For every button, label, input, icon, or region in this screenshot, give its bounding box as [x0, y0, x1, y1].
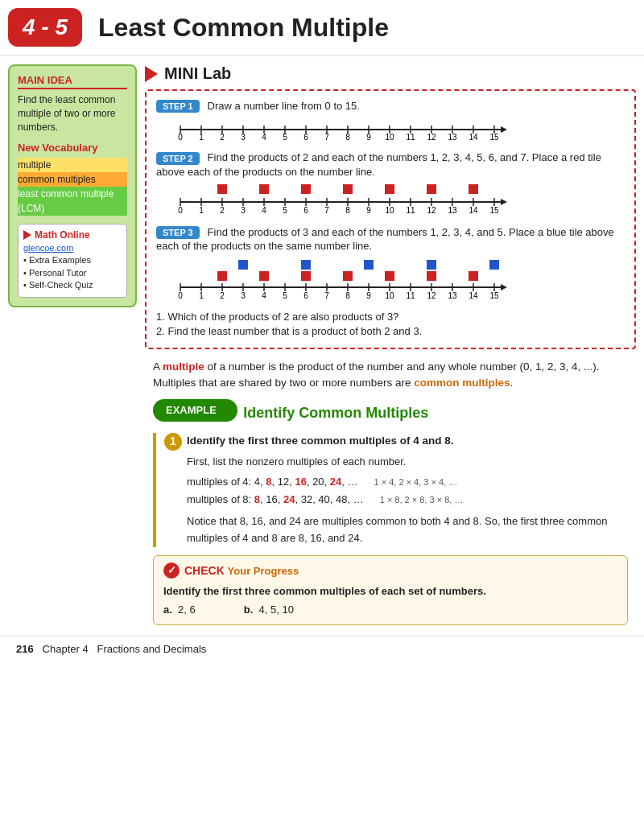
- svg-text:10: 10: [385, 133, 394, 142]
- mini-lab-arrow-icon: [145, 66, 158, 82]
- definition-para: A multiple of a number is the product of…: [153, 359, 628, 392]
- self-check-quiz-link[interactable]: • Self-Check Quiz: [23, 279, 122, 291]
- svg-text:0: 0: [178, 291, 183, 300]
- svg-text:13: 13: [448, 206, 457, 215]
- svg-text:13: 13: [448, 133, 457, 142]
- sidebar-card: MAIN IDEA Find the least common multiple…: [8, 64, 137, 307]
- vocab-label: New Vocabulary: [18, 142, 127, 154]
- math-online-arrow-icon: [23, 230, 31, 240]
- mini-lab-box: STEP 1 Draw a number line from 0 to 15. …: [145, 89, 636, 349]
- check-header: ✓ CHECK Your Progress: [163, 562, 617, 579]
- svg-rect-78: [343, 271, 353, 281]
- svg-text:13: 13: [448, 291, 457, 300]
- svg-text:5: 5: [283, 206, 287, 215]
- svg-text:15: 15: [489, 291, 499, 300]
- personal-tutor-link[interactable]: • Personal Tutor: [23, 267, 122, 279]
- example-conclusion: Notice that 8, 16, and 24 are multiples …: [187, 513, 628, 547]
- svg-rect-83: [301, 260, 311, 270]
- svg-text:11: 11: [406, 206, 415, 215]
- check-answer-a: a. 2, 6: [163, 602, 196, 618]
- svg-text:3: 3: [241, 133, 246, 142]
- svg-marker-42: [501, 199, 507, 205]
- glencoe-link[interactable]: glencoe.com: [23, 243, 122, 253]
- example-box: 1 Identify the first three common multip…: [153, 433, 628, 547]
- mini-lab-title: MINI Lab: [164, 64, 231, 83]
- step-2-text: Find the products of 2 and each of the n…: [156, 151, 601, 177]
- step-1-text: Draw a number line from 0 to 15.: [208, 100, 360, 112]
- svg-text:0: 0: [178, 133, 183, 142]
- svg-text:10: 10: [385, 206, 394, 215]
- svg-text:8: 8: [345, 206, 350, 215]
- svg-text:4: 4: [262, 133, 266, 142]
- mini-lab-header: MINI Lab: [145, 64, 636, 83]
- svg-text:8: 8: [345, 291, 350, 300]
- svg-text:14: 14: [469, 291, 478, 300]
- number-line-2: 0 1 2 3 4 5 6 7: [172, 183, 625, 219]
- math-online-box: Math Online glencoe.com • Extra Examples…: [18, 224, 127, 297]
- vocab-item-lcm: least common multiple (LCM): [18, 187, 127, 216]
- step-3-text: Find the products of 3 and each of the n…: [156, 226, 614, 252]
- svg-rect-76: [259, 271, 269, 281]
- svg-text:12: 12: [427, 133, 436, 142]
- multiples-of-8-side: 1 × 8, 2 × 8, 3 × 8, …: [380, 493, 464, 508]
- question-2: 2. Find the least number that is a produ…: [156, 325, 625, 337]
- page-header: 4 - 5 Least Common Multiple: [0, 0, 644, 56]
- svg-text:4: 4: [262, 291, 266, 300]
- svg-text:2: 2: [220, 206, 225, 215]
- question-1: 1. Which of the products of 2 are also p…: [156, 311, 625, 323]
- page-footer: 216 Chapter 4 Fractions and Decimals: [0, 635, 644, 661]
- vocab-item-common-multiples: common multiples: [18, 172, 127, 187]
- footer-subtitle: Fractions and Decimals: [97, 643, 206, 655]
- main-idea-text: Find the least common multiple of two or…: [18, 93, 127, 134]
- multiples-of-4-row: multiples of 4: 4, 8, 12, 16, 20, 24, … …: [187, 474, 628, 491]
- multiples-of-8-label: multiples of 8: 8, 16, 24, 32, 40, 48, …: [187, 492, 364, 509]
- step-1-badge: STEP 1: [156, 100, 200, 113]
- step-2-block: STEP 2 Find the products of 2 and each o…: [156, 150, 625, 218]
- svg-text:15: 15: [489, 133, 499, 142]
- vocab-item-multiple: multiple: [18, 158, 127, 172]
- multiples-of-4-side: 1 × 4, 2 × 4, 3 × 4, …: [374, 476, 458, 490]
- svg-rect-34: [217, 184, 227, 194]
- number-line-3: 0 1 2 3 4 5 6 7: [172, 257, 625, 304]
- svg-text:2: 2: [220, 291, 225, 300]
- check-label: CHECK: [184, 562, 225, 579]
- number-line-svg-3: 0 1 2 3 4 5 6 7: [172, 257, 510, 302]
- svg-text:12: 12: [427, 291, 436, 300]
- svg-text:15: 15: [489, 206, 499, 215]
- svg-text:6: 6: [303, 206, 308, 215]
- svg-rect-81: [469, 271, 478, 281]
- step-1-block: STEP 1 Draw a number line from 0 to 15. …: [156, 99, 625, 144]
- number-line-svg-1: 0 1 2 3 4 5 6 7: [172, 117, 510, 142]
- svg-text:4: 4: [262, 206, 266, 215]
- svg-text:1: 1: [199, 291, 204, 300]
- step-2-badge: STEP 2: [156, 152, 200, 165]
- svg-text:1: 1: [199, 206, 204, 215]
- lesson-badge: 4 - 5: [8, 8, 82, 47]
- example-num-badge: 1: [164, 433, 182, 451]
- example-header-row: EXAMPLE Identify Common Multiples: [153, 399, 628, 426]
- extra-examples-link[interactable]: • Extra Examples: [23, 254, 122, 266]
- check-sublabel: Your Progress: [228, 563, 299, 579]
- svg-text:12: 12: [427, 206, 436, 215]
- svg-text:14: 14: [469, 206, 478, 215]
- svg-rect-80: [427, 271, 436, 281]
- multiples-of-4-label: multiples of 4: 4, 8, 12, 16, 20, 24, …: [187, 474, 358, 491]
- svg-rect-36: [301, 184, 311, 194]
- example-question-text: Identify the first three common multiple…: [187, 433, 454, 449]
- check-icon: ✓: [163, 562, 180, 579]
- svg-text:3: 3: [241, 206, 246, 215]
- main-content: MAIN IDEA Find the least common multiple…: [0, 56, 644, 625]
- svg-text:5: 5: [283, 291, 287, 300]
- multiple-word: multiple: [163, 360, 204, 373]
- step-3-badge: STEP 3: [156, 226, 200, 239]
- number-line-svg-2: 0 1 2 3 4 5 6 7: [172, 183, 510, 216]
- svg-text:11: 11: [406, 133, 415, 142]
- svg-text:9: 9: [366, 133, 371, 142]
- svg-text:7: 7: [324, 206, 329, 215]
- svg-text:3: 3: [241, 291, 246, 300]
- svg-text:0: 0: [178, 206, 183, 215]
- example-question: 1 Identify the first three common multip…: [164, 433, 628, 451]
- sidebar: MAIN IDEA Find the least common multiple…: [8, 64, 137, 625]
- svg-text:6: 6: [303, 133, 308, 142]
- svg-text:7: 7: [324, 291, 329, 300]
